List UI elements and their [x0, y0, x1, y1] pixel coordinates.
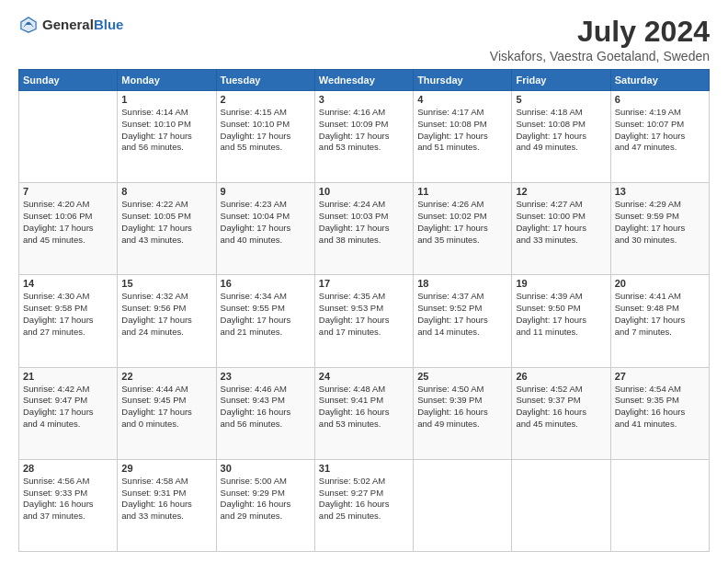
- day-number: 30: [221, 463, 311, 474]
- calendar-week-5: 28Sunrise: 4:56 AMSunset: 9:33 PMDayligh…: [19, 459, 710, 551]
- day-number: 12: [516, 186, 606, 197]
- calendar-cell: 25Sunrise: 4:50 AMSunset: 9:39 PMDayligh…: [414, 367, 512, 459]
- day-detail: Sunrise: 5:02 AMSunset: 9:27 PMDaylight:…: [319, 476, 409, 523]
- day-number: 16: [221, 278, 311, 289]
- calendar-cell: 30Sunrise: 5:00 AMSunset: 9:29 PMDayligh…: [216, 459, 314, 551]
- col-tuesday: Tuesday: [216, 70, 314, 91]
- day-number: 23: [221, 371, 311, 382]
- calendar-cell: 3Sunrise: 4:16 AMSunset: 10:09 PMDayligh…: [314, 91, 413, 183]
- day-number: 2: [221, 94, 311, 105]
- calendar-cell: 31Sunrise: 5:02 AMSunset: 9:27 PMDayligh…: [314, 459, 413, 551]
- day-number: 6: [615, 94, 705, 105]
- calendar-cell: 18Sunrise: 4:37 AMSunset: 9:52 PMDayligh…: [414, 275, 512, 367]
- day-detail: Sunrise: 4:20 AMSunset: 10:06 PMDaylight…: [23, 199, 113, 246]
- day-detail: Sunrise: 4:32 AMSunset: 9:56 PMDaylight:…: [121, 291, 211, 338]
- day-detail: Sunrise: 4:14 AMSunset: 10:10 PMDaylight…: [121, 107, 211, 154]
- day-detail: Sunrise: 4:56 AMSunset: 9:33 PMDaylight:…: [23, 476, 113, 523]
- title-location: Viskafors, Vaestra Goetaland, Sweden: [490, 49, 710, 63]
- day-detail: Sunrise: 4:54 AMSunset: 9:35 PMDaylight:…: [615, 384, 705, 431]
- day-detail: Sunrise: 4:29 AMSunset: 9:59 PMDaylight:…: [615, 199, 705, 246]
- day-number: 14: [23, 278, 113, 289]
- day-detail: Sunrise: 4:37 AMSunset: 9:52 PMDaylight:…: [417, 291, 507, 338]
- day-detail: Sunrise: 4:27 AMSunset: 10:00 PMDaylight…: [516, 199, 606, 246]
- day-number: 24: [319, 371, 409, 382]
- day-number: 10: [319, 186, 409, 197]
- day-detail: Sunrise: 4:58 AMSunset: 9:31 PMDaylight:…: [121, 476, 211, 523]
- calendar-cell: [610, 459, 709, 551]
- calendar-cell: 26Sunrise: 4:52 AMSunset: 9:37 PMDayligh…: [512, 367, 610, 459]
- calendar-cell: 12Sunrise: 4:27 AMSunset: 10:00 PMDaylig…: [512, 183, 610, 275]
- day-detail: Sunrise: 4:24 AMSunset: 10:03 PMDaylight…: [319, 199, 409, 246]
- day-number: 5: [516, 94, 606, 105]
- logo-icon: [18, 15, 39, 35]
- col-wednesday: Wednesday: [314, 70, 413, 91]
- calendar-week-2: 7Sunrise: 4:20 AMSunset: 10:06 PMDayligh…: [19, 183, 710, 275]
- calendar-cell: 14Sunrise: 4:30 AMSunset: 9:58 PMDayligh…: [19, 275, 118, 367]
- calendar-week-4: 21Sunrise: 4:42 AMSunset: 9:47 PMDayligh…: [19, 367, 710, 459]
- calendar-cell: 24Sunrise: 4:48 AMSunset: 9:41 PMDayligh…: [314, 367, 413, 459]
- day-number: 26: [516, 371, 606, 382]
- day-number: 15: [121, 278, 211, 289]
- col-sunday: Sunday: [19, 70, 118, 91]
- day-detail: Sunrise: 4:39 AMSunset: 9:50 PMDaylight:…: [516, 291, 606, 338]
- logo-blue: Blue: [94, 17, 124, 32]
- calendar-header-row: Sunday Monday Tuesday Wednesday Thursday…: [19, 70, 710, 91]
- day-number: 3: [319, 94, 409, 105]
- calendar-cell: [512, 459, 610, 551]
- calendar-cell: 17Sunrise: 4:35 AMSunset: 9:53 PMDayligh…: [314, 275, 413, 367]
- calendar-cell: 6Sunrise: 4:19 AMSunset: 10:07 PMDayligh…: [610, 91, 709, 183]
- title-block: July 2024 Viskafors, Vaestra Goetaland, …: [490, 15, 710, 63]
- day-number: 29: [121, 463, 211, 474]
- day-detail: Sunrise: 4:41 AMSunset: 9:48 PMDaylight:…: [615, 291, 705, 338]
- day-number: 25: [417, 371, 507, 382]
- col-saturday: Saturday: [610, 70, 709, 91]
- calendar-cell: 7Sunrise: 4:20 AMSunset: 10:06 PMDayligh…: [19, 183, 118, 275]
- day-number: 1: [121, 94, 211, 105]
- calendar-cell: [414, 459, 512, 551]
- day-detail: Sunrise: 4:30 AMSunset: 9:58 PMDaylight:…: [23, 291, 113, 338]
- day-number: 31: [319, 463, 409, 474]
- calendar-table: Sunday Monday Tuesday Wednesday Thursday…: [18, 69, 710, 552]
- logo: GeneralBlue: [18, 15, 123, 35]
- day-detail: Sunrise: 4:46 AMSunset: 9:43 PMDaylight:…: [221, 384, 311, 431]
- day-number: 21: [23, 371, 113, 382]
- calendar-cell: 16Sunrise: 4:34 AMSunset: 9:55 PMDayligh…: [216, 275, 314, 367]
- col-monday: Monday: [118, 70, 216, 91]
- day-number: 20: [615, 278, 705, 289]
- col-thursday: Thursday: [414, 70, 512, 91]
- day-number: 17: [319, 278, 409, 289]
- calendar-cell: 23Sunrise: 4:46 AMSunset: 9:43 PMDayligh…: [216, 367, 314, 459]
- calendar-cell: 28Sunrise: 4:56 AMSunset: 9:33 PMDayligh…: [19, 459, 118, 551]
- calendar-cell: 9Sunrise: 4:23 AMSunset: 10:04 PMDayligh…: [216, 183, 314, 275]
- day-number: 18: [417, 278, 507, 289]
- day-detail: Sunrise: 4:42 AMSunset: 9:47 PMDaylight:…: [23, 384, 113, 431]
- calendar-cell: 5Sunrise: 4:18 AMSunset: 10:08 PMDayligh…: [512, 91, 610, 183]
- day-detail: Sunrise: 4:50 AMSunset: 9:39 PMDaylight:…: [417, 384, 507, 431]
- day-detail: Sunrise: 4:34 AMSunset: 9:55 PMDaylight:…: [221, 291, 311, 338]
- day-number: 28: [23, 463, 113, 474]
- calendar-cell: 19Sunrise: 4:39 AMSunset: 9:50 PMDayligh…: [512, 275, 610, 367]
- logo-text: GeneralBlue: [42, 17, 123, 33]
- col-friday: Friday: [512, 70, 610, 91]
- calendar-cell: 10Sunrise: 4:24 AMSunset: 10:03 PMDaylig…: [314, 183, 413, 275]
- day-detail: Sunrise: 4:17 AMSunset: 10:08 PMDaylight…: [417, 107, 507, 154]
- calendar-cell: 21Sunrise: 4:42 AMSunset: 9:47 PMDayligh…: [19, 367, 118, 459]
- day-detail: Sunrise: 4:44 AMSunset: 9:45 PMDaylight:…: [121, 384, 211, 431]
- calendar-cell: 20Sunrise: 4:41 AMSunset: 9:48 PMDayligh…: [610, 275, 709, 367]
- calendar-cell: 13Sunrise: 4:29 AMSunset: 9:59 PMDayligh…: [610, 183, 709, 275]
- day-detail: Sunrise: 4:52 AMSunset: 9:37 PMDaylight:…: [516, 384, 606, 431]
- day-detail: Sunrise: 4:23 AMSunset: 10:04 PMDaylight…: [221, 199, 311, 246]
- calendar-cell: 29Sunrise: 4:58 AMSunset: 9:31 PMDayligh…: [118, 459, 216, 551]
- day-detail: Sunrise: 4:15 AMSunset: 10:10 PMDaylight…: [221, 107, 311, 154]
- day-detail: Sunrise: 4:48 AMSunset: 9:41 PMDaylight:…: [319, 384, 409, 431]
- day-detail: Sunrise: 4:22 AMSunset: 10:05 PMDaylight…: [121, 199, 211, 246]
- day-detail: Sunrise: 4:18 AMSunset: 10:08 PMDaylight…: [516, 107, 606, 154]
- calendar-cell: 22Sunrise: 4:44 AMSunset: 9:45 PMDayligh…: [118, 367, 216, 459]
- day-detail: Sunrise: 4:26 AMSunset: 10:02 PMDaylight…: [417, 199, 507, 246]
- calendar-cell: 1Sunrise: 4:14 AMSunset: 10:10 PMDayligh…: [118, 91, 216, 183]
- day-number: 9: [221, 186, 311, 197]
- header: GeneralBlue July 2024 Viskafors, Vaestra…: [18, 15, 710, 63]
- calendar-cell: 11Sunrise: 4:26 AMSunset: 10:02 PMDaylig…: [414, 183, 512, 275]
- day-number: 4: [417, 94, 507, 105]
- day-number: 22: [121, 371, 211, 382]
